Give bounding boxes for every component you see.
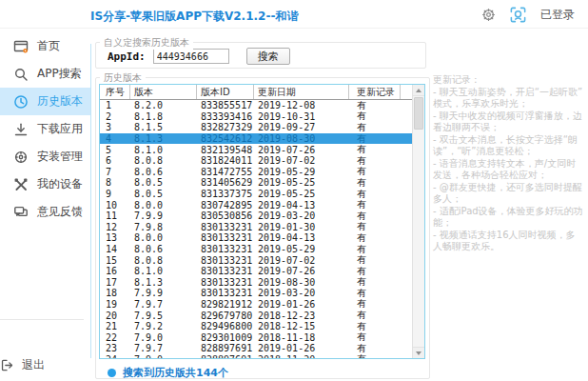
table-cell: 2019-05-25: [254, 189, 349, 199]
table-cell: 9: [100, 189, 130, 199]
table-cell: 828897691: [197, 354, 254, 358]
table-cell: 830133231: [197, 255, 254, 266]
table-cell: 8.1.3: [130, 277, 197, 288]
table-cell: 2019-10-31: [254, 111, 349, 122]
table-cell: 2019-05-29: [254, 167, 349, 177]
table-cell: 2018-11-20: [254, 354, 349, 358]
table-cell: 7.9.8: [130, 222, 197, 232]
sidebar-item-label: 安装管理: [37, 149, 83, 165]
sidebar-item-app-search[interactable]: APP搜索: [0, 60, 90, 88]
search-button[interactable]: 搜索: [246, 48, 290, 65]
table-cell: 2018-12-23: [254, 311, 349, 321]
table-cell: 8.2.0: [130, 100, 197, 110]
table-cell: 12: [100, 222, 130, 232]
table-cell: 6: [100, 155, 130, 166]
table-cell: 8.1.8: [130, 111, 197, 122]
table-cell: 2019-05-29: [254, 244, 349, 254]
table-cell: 2019-01-30: [254, 222, 349, 232]
logout-button[interactable]: 退出: [0, 357, 90, 373]
sidebar-item-label: 历史版本: [37, 93, 83, 110]
table-row[interactable]: 247.9.08288976912018-11-20有: [100, 354, 412, 358]
table-body: 18.2.08338555172019-12-08有28.1.883339341…: [100, 100, 412, 358]
table-cell: 7.9.7: [130, 343, 197, 353]
result-count-text: 搜索到历史版共144个: [123, 366, 228, 380]
sidebar-nav: 首页APP搜索历史版本下载应用安装管理我的设备意见反馈: [0, 32, 90, 381]
table-cell: 3: [100, 122, 130, 132]
result-bar: 搜索到历史版共144个: [108, 366, 228, 380]
face-scan-login-icon[interactable]: [509, 6, 527, 24]
sidebar-item-my-device[interactable]: 我的设备: [0, 170, 90, 198]
history-table: 序号版本版本ID更新日期更新记录 18.2.08338555172019-12-…: [99, 84, 425, 359]
app-window: IS分享-苹果旧版APP下载V2.1.2--和谐 已登录: [0, 0, 588, 381]
table-cell: 7.9.0: [130, 354, 197, 358]
appid-label: AppId:: [108, 50, 146, 63]
column-header-filler: [401, 85, 412, 99]
tools-icon: [13, 177, 29, 192]
search-groupbox-legend: 自义定搜索历史版本: [100, 36, 193, 50]
table-cell: 13: [100, 232, 130, 243]
table-scrollbar[interactable]: [412, 85, 424, 358]
sidebar-divider: [0, 319, 84, 320]
changelog-line: - 聊天中收发的视频可浮窗播放，边看边聊两不误；: [433, 110, 583, 134]
table-cell: 8.1.3: [130, 133, 197, 144]
table-cell: 8.0.6: [130, 244, 197, 254]
table-cell: 8.0.0: [130, 232, 197, 243]
content-divider-line: [90, 44, 91, 358]
table-cell: 8.1.0: [130, 145, 197, 155]
table-cell: 2019-04-13: [254, 232, 349, 243]
table-cell: 22: [100, 332, 130, 343]
table-cell: 11: [100, 211, 130, 221]
changelog-text: 更新记录：- 聊天互动新姿势，开启“一起听歌”模式，乐享欢乐时光；- 聊天中收发…: [433, 74, 583, 253]
changelog-line: - 聊天互动新姿势，开启“一起听歌”模式，乐享欢乐时光；: [433, 87, 583, 110]
column-header: 更新日期: [254, 85, 349, 99]
search-icon: [13, 67, 29, 82]
changelog-line: - 视频通话支持16人同时视频，多人畅聊更欢乐。: [433, 230, 583, 253]
table-cell: 2019-04-13: [254, 200, 349, 211]
table-cell: 7.9.9: [130, 211, 197, 221]
table-cell: 832542612: [197, 133, 254, 144]
table-cell: 829679780: [197, 311, 254, 321]
table-cell: 2019-07-02: [254, 155, 349, 166]
changelog-line: - 双击文本消息，长按文字选择“朗读”，“听”消息更轻松；: [433, 134, 583, 158]
table-cell: 829821912: [197, 299, 254, 310]
table-cell: 7.9.0: [130, 332, 197, 343]
table-cell: 8: [100, 177, 130, 188]
sidebar-item-download-app[interactable]: 下载应用: [0, 115, 90, 143]
sidebar-item-install-manage[interactable]: 安装管理: [0, 143, 90, 170]
chat-bubbles-icon: [13, 205, 29, 220]
table-cell: 7: [100, 167, 130, 177]
history-groupbox-legend: 历史版本: [100, 71, 146, 85]
column-header: 版本: [130, 85, 197, 99]
table-cell: 8.0.0: [130, 200, 197, 211]
table-cell: 7.9.5: [130, 311, 197, 321]
table-cell: 2019-08-30: [254, 277, 349, 288]
table-cell: 7.9.7: [130, 299, 197, 310]
table-cell: 829301009: [197, 332, 254, 343]
appid-input[interactable]: [153, 49, 229, 64]
sidebar-item-home[interactable]: 首页: [0, 32, 90, 60]
sidebar-item-feedback[interactable]: 意见反馈: [0, 198, 90, 226]
install-gear-icon: [13, 150, 29, 165]
scroll-down-button[interactable]: [413, 347, 424, 358]
table-cell: 830133231: [197, 277, 254, 288]
download-icon: [13, 122, 29, 137]
table-cell: 15: [100, 255, 130, 266]
table-cell: 831405629: [197, 177, 254, 188]
table-cell: 832139548: [197, 145, 254, 155]
table-cell: 2018-11-18: [254, 332, 349, 343]
sidebar-item-label: 我的设备: [37, 176, 83, 192]
table-cell: 8.1.5: [130, 122, 197, 132]
sidebar-item-history-version[interactable]: 历史版本: [0, 88, 90, 115]
gear-icon[interactable]: [481, 8, 496, 22]
table-cell: 828897691: [197, 343, 254, 353]
table-cell: 2019-03-20: [254, 211, 349, 221]
table-cell: 8.0.8: [130, 255, 197, 266]
scroll-thumb[interactable]: [414, 97, 423, 130]
scroll-up-button[interactable]: [413, 85, 424, 96]
table-cell: 830742895: [197, 200, 254, 211]
app-title: IS分享-苹果旧版APP下载V2.1.2--和谐: [90, 9, 298, 25]
table-cell: 829496800: [197, 321, 254, 331]
table-cell: 21: [100, 321, 130, 331]
login-status[interactable]: 已登录: [540, 7, 575, 23]
table-cell: 8.1.0: [130, 266, 197, 276]
